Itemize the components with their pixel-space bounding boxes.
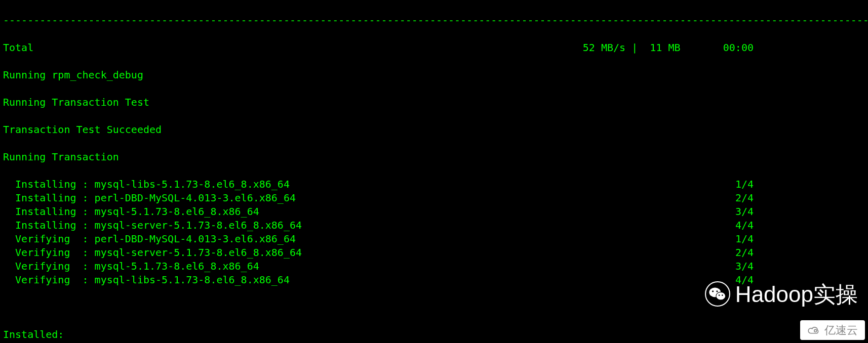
step-left: Verifying : mysql-libs-5.1.73-8.el6_8.x8… bbox=[3, 273, 290, 287]
transaction-step: Verifying : mysql-5.1.73-8.el6_8.x86_643… bbox=[3, 260, 865, 273]
transaction-step: Installing : perl-DBD-MySQL-4.013-3.el6.… bbox=[3, 191, 865, 205]
step-left: Installing : mysql-5.1.73-8.el6_8.x86_64 bbox=[3, 205, 259, 219]
svg-point-7 bbox=[814, 329, 817, 332]
step-count: 2/4 bbox=[735, 246, 865, 260]
svg-point-4 bbox=[716, 290, 718, 292]
step-left: Installing : mysql-server-5.1.73-8.el6_8… bbox=[3, 219, 302, 232]
wechat-watermark: Hadoop实操 bbox=[705, 281, 858, 307]
step-count: 4/4 bbox=[735, 219, 865, 232]
step-count: 3/4 bbox=[735, 260, 865, 273]
cloud-icon bbox=[807, 324, 820, 337]
svg-point-2 bbox=[716, 292, 726, 300]
status-line: Running rpm_check_debug bbox=[3, 68, 865, 82]
step-count: 1/4 bbox=[735, 178, 865, 191]
step-left: Verifying : mysql-server-5.1.73-8.el6_8.… bbox=[3, 246, 302, 260]
step-left: Installing : mysql-libs-5.1.73-8.el6_8.x… bbox=[3, 178, 290, 191]
step-count: 1/4 bbox=[735, 232, 865, 246]
transaction-step: Installing : mysql-libs-5.1.73-8.el6_8.x… bbox=[3, 178, 865, 191]
svg-point-6 bbox=[722, 294, 723, 296]
divider-line: ----------------------------------------… bbox=[3, 14, 865, 27]
step-count: 3/4 bbox=[735, 205, 865, 219]
step-left: Verifying : perl-DBD-MySQL-4.013-3.el6.x… bbox=[3, 232, 296, 246]
svg-point-5 bbox=[719, 294, 720, 296]
watermark-text: Hadoop实操 bbox=[735, 287, 858, 301]
step-count: 2/4 bbox=[735, 191, 865, 205]
status-line: Running Transaction bbox=[3, 150, 865, 164]
yisu-text: 亿速云 bbox=[824, 323, 858, 337]
yisu-logo: 亿速云 bbox=[800, 320, 865, 340]
transaction-step: Verifying : perl-DBD-MySQL-4.013-3.el6.x… bbox=[3, 232, 865, 246]
svg-point-3 bbox=[712, 290, 714, 292]
wechat-icon bbox=[705, 281, 730, 307]
total-label: Total bbox=[3, 41, 33, 55]
status-line: Running Transaction Test bbox=[3, 96, 865, 109]
status-line: Transaction Test Succeeded bbox=[3, 123, 865, 137]
total-row: Total 52 MB/s | 11 MB 00:00 bbox=[3, 41, 865, 55]
step-left: Installing : perl-DBD-MySQL-4.013-3.el6.… bbox=[3, 191, 296, 205]
transaction-step: Verifying : mysql-server-5.1.73-8.el6_8.… bbox=[3, 246, 865, 260]
transaction-step: Installing : mysql-5.1.73-8.el6_8.x86_64… bbox=[3, 205, 865, 219]
total-stats: 52 MB/s | 11 MB 00:00 bbox=[583, 41, 865, 55]
transaction-step: Installing : mysql-server-5.1.73-8.el6_8… bbox=[3, 219, 865, 232]
installed-header: Installed: bbox=[3, 328, 865, 341]
step-left: Verifying : mysql-5.1.73-8.el6_8.x86_64 bbox=[3, 260, 259, 273]
